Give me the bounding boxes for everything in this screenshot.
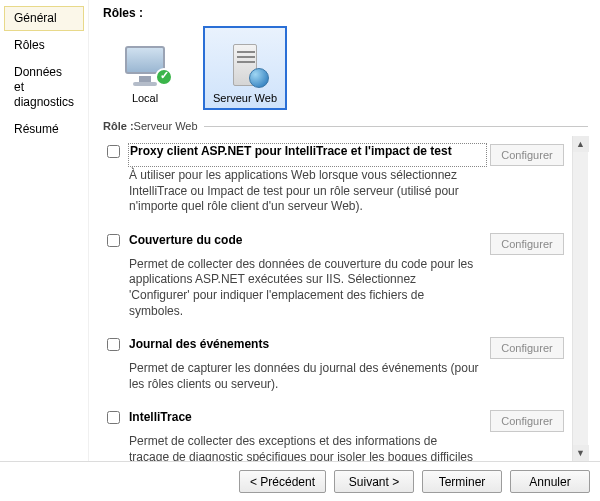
roles-row: Local Serveur Web: [103, 26, 588, 110]
option-event-log-configure-button[interactable]: Configurer: [490, 337, 564, 359]
globe-icon: [249, 68, 269, 88]
roles-section-label: Rôles :: [103, 6, 588, 20]
option-intellitrace: IntelliTrace Configurer Permet de collec…: [103, 402, 568, 461]
option-event-log-checkbox[interactable]: [107, 338, 120, 351]
sidebar-item-data-diagnostics[interactable]: Données et diagnostics: [4, 60, 84, 115]
option-event-log: Journal des événements Configurer Permet…: [103, 329, 568, 402]
vertical-scrollbar[interactable]: ▲ ▼: [572, 136, 588, 461]
next-button[interactable]: Suivant >: [334, 470, 414, 493]
option-code-coverage: Couverture du code Configurer Permet de …: [103, 225, 568, 329]
option-intellitrace-description: Permet de collecter des exceptions et de…: [129, 434, 486, 461]
sidebar: Général Rôles Données et diagnostics Rés…: [0, 0, 89, 461]
role-card-server-web[interactable]: Serveur Web: [203, 26, 287, 110]
back-button[interactable]: < Précédent: [239, 470, 326, 493]
option-aspnet-proxy-description: À utiliser pour les applications Web lor…: [129, 168, 486, 215]
sidebar-item-general[interactable]: Général: [4, 6, 84, 31]
option-aspnet-proxy-title: Proxy client ASP.NET pour IntelliTrace e…: [129, 144, 486, 166]
option-aspnet-proxy-checkbox[interactable]: [107, 145, 120, 158]
role-fieldset-prefix: Rôle :: [103, 120, 134, 132]
option-code-coverage-configure-button[interactable]: Configurer: [490, 233, 564, 255]
option-aspnet-proxy: Proxy client ASP.NET pour IntelliTrace e…: [103, 136, 568, 225]
scroll-down-arrow-icon[interactable]: ▼: [573, 445, 589, 461]
wizard-footer: < Précédent Suivant > Terminer Annuler: [0, 461, 600, 501]
sidebar-item-roles[interactable]: Rôles: [4, 33, 84, 58]
server-web-icon: [219, 44, 271, 88]
option-code-coverage-description: Permet de collecter des données de couve…: [129, 257, 486, 319]
checkmark-badge-icon: [155, 68, 173, 86]
option-intellitrace-checkbox[interactable]: [107, 411, 120, 424]
sidebar-item-summary[interactable]: Résumé: [4, 117, 84, 142]
finish-button[interactable]: Terminer: [422, 470, 502, 493]
scroll-up-arrow-icon[interactable]: ▲: [573, 136, 589, 152]
role-card-local[interactable]: Local: [103, 26, 187, 110]
option-aspnet-proxy-configure-button[interactable]: Configurer: [490, 144, 564, 166]
role-name-local: Local: [132, 92, 158, 104]
option-event-log-description: Permet de capturer les données du journa…: [129, 361, 486, 392]
option-intellitrace-title: IntelliTrace: [129, 410, 486, 432]
option-intellitrace-configure-button[interactable]: Configurer: [490, 410, 564, 432]
role-fieldset-legend: Rôle :Serveur Web: [103, 120, 588, 132]
option-code-coverage-title: Couverture du code: [129, 233, 486, 255]
options-list: Proxy client ASP.NET pour IntelliTrace e…: [103, 136, 572, 461]
cancel-button[interactable]: Annuler: [510, 470, 590, 493]
main-panel: Rôles : Local: [89, 0, 600, 461]
role-name-server-web: Serveur Web: [213, 92, 277, 104]
option-event-log-title: Journal des événements: [129, 337, 486, 359]
monitor-icon: [119, 44, 171, 88]
option-code-coverage-checkbox[interactable]: [107, 234, 120, 247]
role-fieldset-role: Serveur Web: [134, 120, 198, 132]
